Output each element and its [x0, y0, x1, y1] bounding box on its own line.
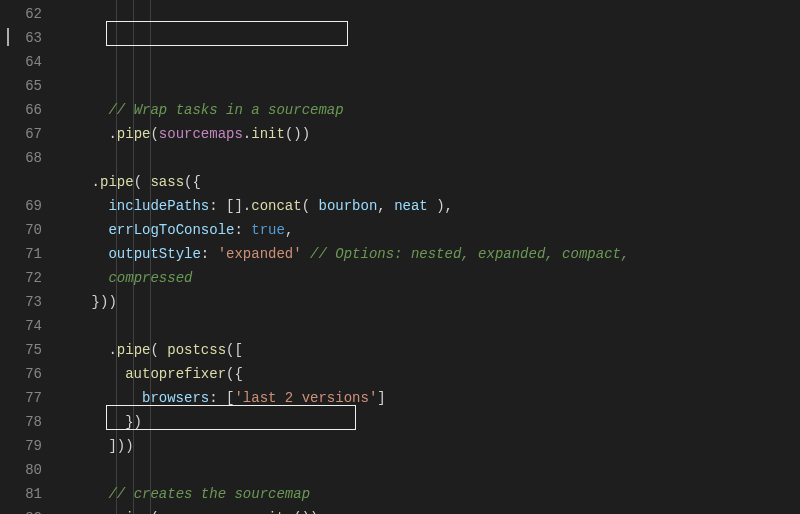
token-p: ())	[285, 126, 310, 142]
code-line[interactable]: .pipe( sass({	[58, 170, 800, 194]
code-line[interactable]	[58, 458, 800, 482]
token-p	[58, 342, 108, 358]
token-p: .	[92, 174, 100, 190]
token-p	[58, 174, 92, 190]
token-p: : [].	[209, 198, 251, 214]
line-number: 79	[0, 434, 42, 458]
token-fn: pipe	[117, 126, 151, 142]
code-line[interactable]: includePaths: [].concat( bourbon, neat )…	[58, 194, 800, 218]
line-number: 65	[0, 74, 42, 98]
token-var: sourcemaps	[159, 126, 243, 142]
code-line[interactable]	[58, 314, 800, 338]
token-comment: compressed	[108, 270, 192, 286]
token-p: (	[302, 198, 319, 214]
token-fn: concat	[251, 198, 301, 214]
token-prop: includePaths	[108, 198, 209, 214]
token-p: ]	[377, 390, 385, 406]
token-p	[58, 438, 108, 454]
line-number: 82	[0, 506, 42, 514]
token-p: (	[150, 510, 158, 514]
token-p: .	[243, 126, 251, 142]
line-number: 67	[0, 122, 42, 146]
line-number: 73	[0, 290, 42, 314]
token-fn: pipe	[100, 174, 134, 190]
token-p	[58, 486, 108, 502]
code-line[interactable]: compressed	[58, 266, 800, 290]
token-fn: pipe	[117, 342, 151, 358]
line-number: 74	[0, 314, 42, 338]
token-p	[302, 246, 310, 262]
line-number: 64	[0, 50, 42, 74]
token-p	[58, 102, 108, 118]
token-prop: errLogToConsole	[108, 222, 234, 238]
line-number-gutter: 6263646566676869707172737475767778798081…	[0, 0, 58, 514]
token-p	[58, 222, 108, 238]
code-line[interactable]: .pipe(sourcemaps.init())	[58, 122, 800, 146]
token-p: ({	[184, 174, 201, 190]
code-line[interactable]: autoprefixer({	[58, 362, 800, 386]
token-var: sourcemaps	[159, 510, 243, 514]
line-number: 77	[0, 386, 42, 410]
token-p: .	[108, 342, 116, 358]
token-prop: outputStyle	[108, 246, 200, 262]
code-content[interactable]: // Wrap tasks in a sourcemap .pipe(sourc…	[58, 0, 800, 514]
token-fn: write	[251, 510, 293, 514]
line-number	[0, 170, 42, 194]
token-p: :	[234, 222, 251, 238]
line-number: 75	[0, 338, 42, 362]
token-p	[58, 294, 92, 310]
token-p: .	[108, 126, 116, 142]
token-p: ({	[226, 366, 243, 382]
line-number: 72	[0, 266, 42, 290]
code-line[interactable]: .pipe(sourcemaps.write())	[58, 506, 800, 514]
code-line[interactable]: ]))	[58, 434, 800, 458]
code-line[interactable]: })	[58, 410, 800, 434]
token-comment: // creates the sourcemap	[108, 486, 310, 502]
code-line[interactable]: }))	[58, 290, 800, 314]
token-p: })	[125, 414, 142, 430]
code-line[interactable]: .pipe( postcss([	[58, 338, 800, 362]
line-number: 71	[0, 242, 42, 266]
token-p	[58, 510, 108, 514]
token-p: ]))	[108, 438, 133, 454]
token-p: ,	[377, 198, 394, 214]
cursor-indicator	[7, 28, 9, 46]
line-number: 62	[0, 2, 42, 26]
code-line[interactable]: browsers: ['last 2 versions']	[58, 386, 800, 410]
code-editor[interactable]: 6263646566676869707172737475767778798081…	[0, 0, 800, 514]
token-comment: // Wrap tasks in a sourcemap	[108, 102, 343, 118]
token-p: ())	[293, 510, 318, 514]
token-prop: neat	[394, 198, 428, 214]
token-p: ,	[285, 222, 293, 238]
token-p	[58, 246, 108, 262]
token-prop: browsers	[142, 390, 209, 406]
token-p: .	[108, 510, 116, 514]
token-prop: bourbon	[319, 198, 378, 214]
code-line[interactable]: errLogToConsole: true,	[58, 218, 800, 242]
token-str: 'expanded'	[218, 246, 302, 262]
token-comment: // Options: nested, expanded, compact,	[310, 246, 638, 262]
token-p	[58, 390, 142, 406]
token-p: : [	[209, 390, 234, 406]
line-number: 68	[0, 146, 42, 170]
line-number: 69	[0, 194, 42, 218]
token-p: (	[150, 126, 158, 142]
token-str: 'last 2 versions'	[234, 390, 377, 406]
token-p	[58, 270, 108, 286]
token-p: ),	[428, 198, 453, 214]
token-fn: autoprefixer	[125, 366, 226, 382]
code-line[interactable]: // Wrap tasks in a sourcemap	[58, 98, 800, 122]
line-number: 70	[0, 218, 42, 242]
code-line[interactable]: outputStyle: 'expanded' // Options: nest…	[58, 242, 800, 266]
token-fn: postcss	[167, 342, 226, 358]
token-p: ([	[226, 342, 243, 358]
token-kw: true	[251, 222, 285, 238]
token-fn: init	[251, 126, 285, 142]
token-fn: pipe	[117, 510, 151, 514]
line-number: 78	[0, 410, 42, 434]
code-line[interactable]	[58, 146, 800, 170]
token-p	[58, 126, 108, 142]
token-p	[58, 198, 108, 214]
token-p: (	[134, 174, 151, 190]
code-line[interactable]: // creates the sourcemap	[58, 482, 800, 506]
